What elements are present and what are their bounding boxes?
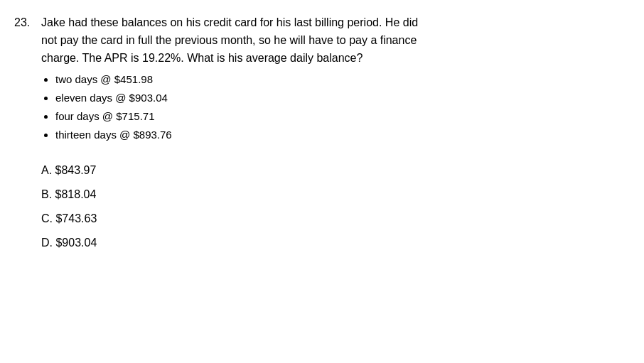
bullet-item-2: eleven days @ $903.04 xyxy=(55,90,623,107)
bullet-list: two days @ $451.98 eleven days @ $903.04… xyxy=(41,71,623,143)
choice-a: A. $843.97 xyxy=(41,162,623,179)
question-body: Jake had these balances on his credit ca… xyxy=(41,14,623,146)
question-line1: Jake had these balances on his credit ca… xyxy=(41,16,418,28)
question-line3: charge. The APR is 19.22%. What is his a… xyxy=(41,52,363,64)
bullet-item-3: four days @ $715.71 xyxy=(55,108,623,125)
question-number: 23. xyxy=(14,14,41,146)
question-text: 23. Jake had these balances on his credi… xyxy=(14,14,623,146)
bullet-item-4: thirteen days @ $893.76 xyxy=(55,126,623,143)
question-container: 23. Jake had these balances on his credi… xyxy=(14,14,623,251)
choice-d: D. $903.04 xyxy=(41,234,623,251)
bullet-item-1: two days @ $451.98 xyxy=(55,71,623,88)
question-line2: not pay the card in full the previous mo… xyxy=(41,34,417,46)
answer-choices: A. $843.97 B. $818.04 C. $743.63 D. $903… xyxy=(14,162,623,251)
choice-c: C. $743.63 xyxy=(41,210,623,227)
choice-b: B. $818.04 xyxy=(41,186,623,203)
